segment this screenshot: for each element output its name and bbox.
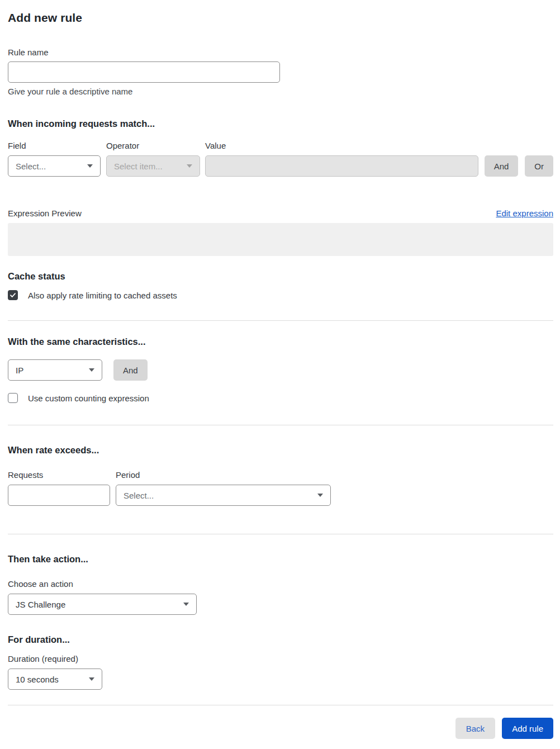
characteristics-row: IP And bbox=[8, 359, 553, 381]
action-label: Choose an action bbox=[8, 579, 553, 589]
divider bbox=[8, 425, 553, 425]
requests-input[interactable] bbox=[8, 485, 110, 506]
characteristic-select-value: IP bbox=[16, 366, 23, 375]
field-select-value: Select... bbox=[16, 162, 46, 171]
divider bbox=[8, 705, 553, 705]
action-section-heading: Then take action... bbox=[8, 554, 553, 565]
rate-row: Requests Period Select... bbox=[8, 470, 553, 506]
field-label: Field bbox=[8, 141, 101, 150]
rule-name-label: Rule name bbox=[8, 48, 553, 57]
footer-actions: Back Add rule bbox=[8, 718, 553, 739]
characteristics-section-heading: With the same characteristics... bbox=[8, 336, 553, 347]
custom-counting-checkbox-label: Use custom counting expression bbox=[28, 394, 149, 403]
or-button[interactable]: Or bbox=[525, 155, 553, 177]
characteristics-and-button[interactable]: And bbox=[113, 359, 148, 381]
operator-label: Operator bbox=[106, 141, 200, 150]
edit-expression-link[interactable]: Edit expression bbox=[496, 208, 553, 218]
chevron-down-icon bbox=[89, 677, 94, 681]
operator-select-value: Select item... bbox=[114, 162, 163, 171]
expression-preview-label: Expression Preview bbox=[8, 208, 82, 218]
action-select[interactable]: JS Challenge bbox=[8, 594, 197, 615]
checkmark-icon bbox=[10, 292, 16, 298]
expression-preview-header: Expression Preview Edit expression bbox=[8, 208, 553, 218]
expression-preview-box bbox=[8, 223, 553, 256]
chevron-down-icon bbox=[89, 368, 94, 372]
duration-select[interactable]: 10 seconds bbox=[8, 669, 102, 690]
cached-assets-checkbox-label: Also apply rate limiting to cached asset… bbox=[28, 291, 177, 300]
operator-select[interactable]: Select item... bbox=[106, 155, 200, 177]
cached-assets-checkbox[interactable] bbox=[8, 290, 18, 300]
back-button[interactable]: Back bbox=[455, 718, 495, 739]
duration-label: Duration (required) bbox=[8, 654, 553, 663]
match-builder-row: Field Select... Operator Select item... … bbox=[8, 141, 553, 177]
add-rule-button[interactable]: Add rule bbox=[502, 718, 553, 739]
chevron-down-icon bbox=[187, 164, 192, 168]
rule-name-input[interactable] bbox=[8, 61, 280, 83]
characteristic-select[interactable]: IP bbox=[8, 359, 102, 381]
custom-counting-checkbox[interactable] bbox=[8, 393, 18, 403]
requests-label: Requests bbox=[8, 470, 110, 480]
match-section-heading: When incoming requests match... bbox=[8, 118, 553, 129]
chevron-down-icon bbox=[183, 603, 189, 606]
action-select-value: JS Challenge bbox=[16, 600, 65, 609]
chevron-down-icon bbox=[317, 494, 323, 497]
cache-checkbox-row: Also apply rate limiting to cached asset… bbox=[8, 290, 553, 300]
period-label: Period bbox=[116, 470, 331, 480]
and-button[interactable]: And bbox=[485, 155, 519, 177]
counting-expression-row: Use custom counting expression bbox=[8, 393, 553, 403]
rule-name-helper: Give your rule a descriptive name bbox=[8, 87, 553, 96]
page-title: Add new rule bbox=[8, 11, 553, 25]
chevron-down-icon bbox=[87, 164, 93, 168]
field-select[interactable]: Select... bbox=[8, 155, 101, 177]
period-select-value: Select... bbox=[124, 491, 154, 500]
divider bbox=[8, 534, 553, 534]
divider bbox=[8, 320, 553, 321]
rate-section-heading: When rate exceeds... bbox=[8, 445, 553, 456]
cache-section-heading: Cache status bbox=[8, 271, 553, 282]
add-rule-form: Add new rule Rule name Give your rule a … bbox=[0, 0, 560, 747]
duration-select-value: 10 seconds bbox=[16, 675, 59, 684]
value-label: Value bbox=[205, 141, 478, 150]
value-input[interactable] bbox=[205, 155, 478, 177]
duration-section-heading: For duration... bbox=[8, 634, 553, 645]
period-select[interactable]: Select... bbox=[116, 485, 331, 506]
